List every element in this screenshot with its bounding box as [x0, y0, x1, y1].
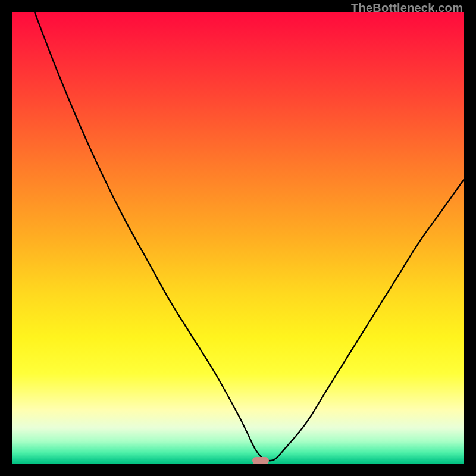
- optimal-point-marker: [252, 457, 269, 464]
- bottleneck-curve: [35, 12, 464, 461]
- plot-area: [12, 12, 464, 464]
- curve-svg: [12, 12, 464, 464]
- chart-frame: TheBottleneck.com: [0, 0, 476, 476]
